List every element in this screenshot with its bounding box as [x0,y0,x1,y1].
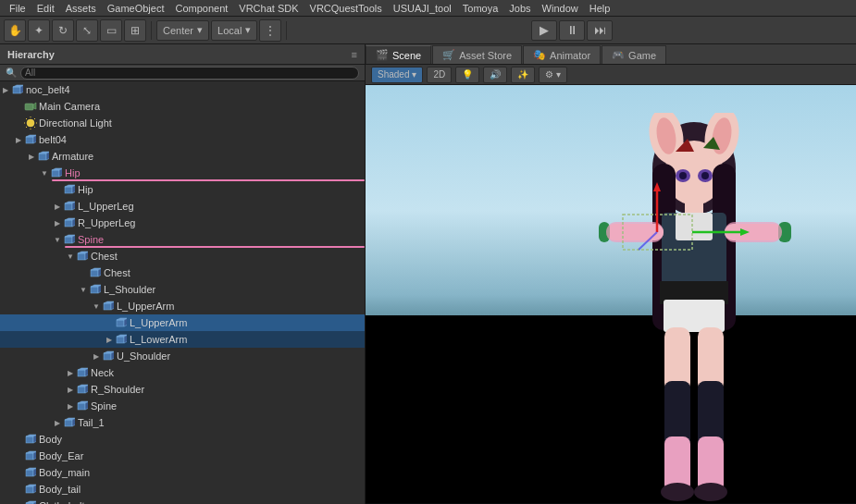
tree-item-r-upperleg[interactable]: ▶ R_UpperLeg [0,215,365,231]
cube-icon [115,316,128,329]
svg-point-132 [701,172,709,179]
hierarchy-menu-icon[interactable]: ≡ [352,49,357,60]
rect-tool-button[interactable]: ▭ [100,19,122,42]
tree-label: Body [39,434,62,445]
svg-rect-50 [117,337,124,343]
arrow-icon: ▶ [91,348,102,364]
tree-item-neck[interactable]: ▶ Neck [0,364,365,381]
arrow-icon: ▼ [65,248,76,264]
animator-icon: 🎭 [533,49,546,61]
tree-label: Directional Light [39,117,112,129]
tree-item-main-camera[interactable]: Main Camera [0,98,365,115]
2d-label: 2D [433,69,445,80]
tree-item-chest[interactable]: ▼ Chest [0,248,365,264]
menu-gameobject[interactable]: GameObject [102,0,170,17]
tab-scene[interactable]: 🎬 Scene [366,45,431,64]
cube-icon [24,133,37,146]
pause-button[interactable]: ⏸ [559,20,585,41]
center-label: Center [163,25,193,36]
toolbar: ✋ ✦ ↻ ⤡ ▭ ⊞ Center ▾ Local ▾ ⋮ ▶ ⏸ ⏭ [0,17,856,44]
tree-item-r-shoulder[interactable]: ▶ R_Shoulder [0,381,365,398]
menu-assets[interactable]: Assets [60,0,102,17]
tree-item-tail-1[interactable]: ▶ Tail_1 [0,414,365,431]
menu-vrchat-sdk[interactable]: VRChat SDK [233,0,304,17]
menu-component[interactable]: Component [169,0,233,17]
audio-toggle[interactable]: 🔊 [483,67,507,83]
arrow-icon: ▶ [65,364,76,381]
tree-item-l-upperarm-selected[interactable]: L_UpperArm [0,314,365,331]
shading-label: Shaded [378,69,409,80]
menu-file[interactable]: File [4,0,31,17]
arrow-icon: ▶ [52,198,63,215]
hand-tool-button[interactable]: ✋ [4,19,26,42]
menu-help[interactable]: Help [584,0,616,17]
tree-item-u-shoulder[interactable]: ▶ U_Shoulder [0,348,365,364]
svg-point-119 [661,483,694,501]
extra-tool-button[interactable]: ⋮ [259,19,281,42]
menu-jobs[interactable]: Jobs [503,0,536,17]
svg-rect-44 [104,303,111,310]
rotate-tool-button[interactable]: ↻ [52,19,74,42]
center-dropdown[interactable]: Center ▾ [156,20,209,41]
tree-item-l-lowerarm[interactable]: ▶ L_LowerArm [0,331,365,348]
menu-edit[interactable]: Edit [31,0,60,17]
scene-icon: 🎬 [376,49,389,61]
local-dropdown[interactable]: Local ▾ [211,20,257,41]
scale-tool-button[interactable]: ⤡ [76,19,98,42]
tree-item-directional-light[interactable]: Directional Light [0,115,365,131]
svg-rect-65 [65,420,72,426]
menu-usuaji-tool[interactable]: USUAJI_tool [388,0,457,17]
tree-item-body-ear[interactable]: Body_Ear [0,448,365,464]
tree-item-spine2[interactable]: ▶ Spine [0,398,365,414]
menu-tomoya[interactable]: Tomoya [457,0,504,17]
tree-item-l-upperleg[interactable]: ▶ L_UpperLeg [0,198,365,215]
2d-toggle[interactable]: 2D [427,67,452,83]
tree-item-l-upperarm[interactable]: ▼ L_UpperArm [0,298,365,314]
tree-label: Body_tail [39,484,81,495]
arrow-icon: ▶ [13,131,24,148]
tree-item-cloth-belt[interactable]: Cloth_belt [0,498,365,504]
scene-viewport[interactable] [366,85,856,504]
tree-item-armature[interactable]: ▶ Armature [0,148,365,165]
tab-game[interactable]: 🎮 Game [602,45,666,64]
tree-item-belt04[interactable]: ▶ belt04 [0,131,365,148]
tree-item-noc-belt4[interactable]: ▶ noc_belt4 [0,81,365,98]
menu-window[interactable]: Window [537,0,584,17]
svg-rect-74 [26,470,33,476]
step-button[interactable]: ⏭ [587,20,613,41]
gizmos-dropdown[interactable]: ⚙ ▾ [539,67,567,83]
tree-item-spine[interactable]: ▼ Spine [0,231,365,248]
shading-dropdown[interactable]: Shaded ▾ [371,67,423,83]
tree-label: Spine [78,234,104,245]
tree-item-body-tail[interactable]: Body_tail [0,481,365,498]
tree-label: Hip [65,167,81,178]
search-input[interactable] [20,67,359,80]
cube-icon [37,150,50,163]
local-label: Local [217,25,242,36]
tree-label: L_LowerArm [130,334,187,345]
fx-icon: ✨ [517,69,528,80]
play-button[interactable]: ▶ [531,20,557,41]
tree-item-l-shoulder[interactable]: ▼ L_Shoulder [0,281,365,298]
fx-toggle[interactable]: ✨ [511,67,535,83]
tree-item-body-main[interactable]: Body_main [0,464,365,481]
cube-icon [76,250,89,263]
move-tool-button[interactable]: ✦ [28,19,50,42]
svg-rect-32 [65,237,72,243]
lighting-toggle[interactable]: 💡 [455,67,479,83]
transform-tool-button[interactable]: ⊞ [124,19,146,42]
tab-animator[interactable]: 🎭 Animator [523,45,601,64]
tree-item-body[interactable]: Body [0,431,365,448]
tree-item-chest-child[interactable]: Chest [0,264,365,281]
cube-icon [102,350,115,363]
tree-label: Spine [91,400,117,412]
menu-vrcquesttools[interactable]: VRCQuestTools [304,0,388,17]
tree-label: Body_main [39,467,90,478]
arrow-icon [13,448,24,464]
tree-item-hip[interactable]: ▼ Hip [0,165,365,181]
svg-rect-20 [52,170,59,177]
tab-asset-store[interactable]: 🛒 Asset Store [432,45,522,64]
tree-label: Cloth_belt [39,500,85,504]
tree-item-hip-child[interactable]: Hip [0,181,365,198]
cube-icon [11,83,24,96]
